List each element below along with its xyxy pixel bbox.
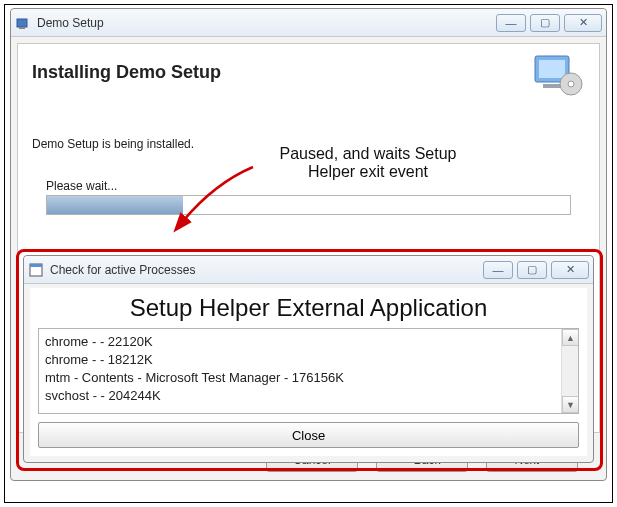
process-check-window: Check for active Processes — ▢ ✕ Setup H… — [23, 255, 594, 463]
please-wait-label: Please wait... — [46, 179, 585, 193]
titlebar[interactable]: Demo Setup — ▢ ✕ — [11, 9, 606, 37]
sub-maximize-button[interactable]: ▢ — [517, 261, 547, 279]
progress-bar — [46, 195, 571, 215]
installer-icon — [15, 15, 31, 31]
svg-rect-3 — [539, 60, 565, 78]
process-list[interactable]: chrome - - 22120K chrome - - 18212K mtm … — [38, 328, 579, 414]
sub-heading: Setup Helper External Application — [38, 294, 579, 322]
annotation-line2: Helper exit event — [253, 163, 483, 181]
page-heading: Installing Demo Setup — [32, 62, 585, 83]
svg-rect-4 — [543, 84, 561, 88]
sub-close-button[interactable]: ✕ — [551, 261, 589, 279]
annotation-text: Paused, and waits Setup Helper exit even… — [253, 145, 483, 181]
svg-rect-8 — [30, 264, 42, 267]
process-window-icon — [28, 262, 44, 278]
progress-fill — [47, 196, 183, 214]
sub-window-title: Check for active Processes — [50, 263, 483, 277]
close-button[interactable]: ✕ — [564, 14, 602, 32]
svg-rect-1 — [19, 27, 25, 29]
svg-point-6 — [568, 81, 574, 87]
scroll-down-icon[interactable]: ▼ — [562, 396, 579, 413]
minimize-button[interactable]: — — [496, 14, 526, 32]
list-item: svchost - - 204244K — [45, 387, 572, 405]
maximize-button[interactable]: ▢ — [530, 14, 560, 32]
list-item: chrome - - 22120K — [45, 333, 572, 351]
sub-titlebar[interactable]: Check for active Processes — ▢ ✕ — [24, 256, 593, 284]
window-title: Demo Setup — [37, 16, 496, 30]
svg-rect-0 — [17, 19, 27, 27]
close-dialog-button[interactable]: Close — [38, 422, 579, 448]
list-item: chrome - - 18212K — [45, 351, 572, 369]
scroll-up-icon[interactable]: ▲ — [562, 329, 579, 346]
computer-disc-icon — [531, 52, 585, 101]
annotation-line1: Paused, and waits Setup — [253, 145, 483, 163]
scrollbar[interactable]: ▲ ▼ — [561, 329, 578, 413]
list-item: mtm - Contents - Microsoft Test Manager … — [45, 369, 572, 387]
sub-minimize-button[interactable]: — — [483, 261, 513, 279]
sub-body: Setup Helper External Application chrome… — [30, 288, 587, 456]
